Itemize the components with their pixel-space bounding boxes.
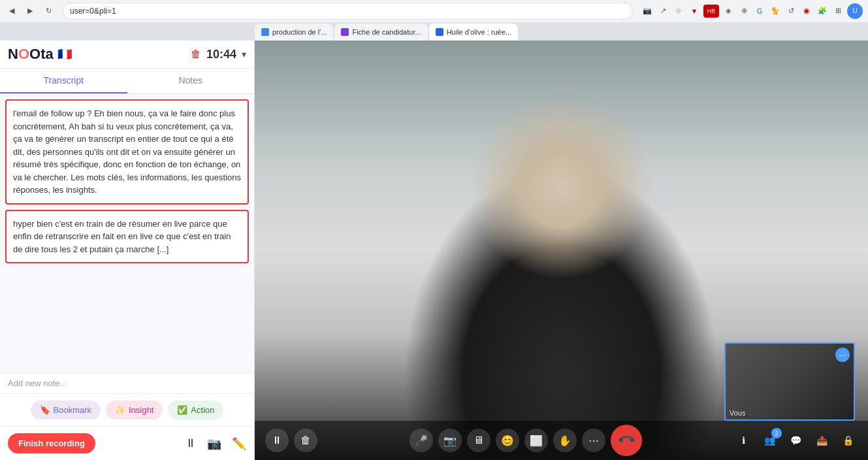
controls-left: ⏸ 🗑 (265, 429, 317, 452)
annotate-icon[interactable]: ✏️ (232, 436, 246, 451)
reload-icon[interactable]: ↻ (42, 5, 55, 18)
pause-call-button[interactable]: ⏸ (265, 429, 289, 452)
transcript-text-2: hyper bien c'est en train de de résumer … (13, 218, 241, 256)
transcript-block-1: l'email de follow up ? Eh bien nous, ça … (5, 99, 249, 205)
tab-icon (341, 28, 349, 36)
ext1-icon: HB (703, 5, 719, 18)
bottom-bar: Finish recording ⏸ 📷 ✏️ (0, 426, 254, 460)
action-icon: ✅ (177, 405, 187, 415)
security-button[interactable]: 🔒 (838, 431, 858, 450)
tab-production[interactable]: production de l'... (255, 24, 333, 41)
panel-tabs: Transcript Notes (0, 69, 254, 94)
puzzle-icon: 🧩 (816, 5, 829, 18)
tab-huile[interactable]: Huile d'olive : ruée... (429, 24, 518, 41)
action-button[interactable]: ✅ Action (168, 401, 223, 419)
url-text: user=0&pli=1 (70, 7, 116, 16)
app-logo: NOOta 🇫🇷 (8, 46, 72, 63)
insight-icon: ✨ (115, 405, 125, 415)
microphone-button[interactable]: 🎤 (410, 429, 433, 452)
screen-share-button[interactable]: 🖥 (467, 429, 490, 452)
ext2-icon: ◈ (722, 5, 735, 18)
profile-icon: U (847, 3, 863, 19)
ext4-icon: 🐈 (769, 5, 782, 18)
logo-text: NOOta (8, 46, 54, 63)
chat-button[interactable]: 💬 (786, 431, 805, 450)
browser-toolbar: ◀ ▶ ↻ user=0&pli=1 📷 ↗ ☆ ▼ HB ◈ ⊕ G 🐈 ↺ … (0, 0, 868, 22)
tab-transcript[interactable]: Transcript (0, 69, 127, 93)
star-icon: ☆ (672, 5, 685, 18)
delete-recording-icon[interactable]: 🗑 (191, 48, 201, 60)
bottom-icons: ⏸ 📷 ✏️ (185, 436, 246, 451)
ext5-icon: ↺ (784, 5, 797, 18)
emoji-button[interactable]: 😊 (496, 429, 519, 452)
pip-video: Vous ··· (724, 342, 855, 421)
bookmark-button[interactable]: 🔖 Bookmark (31, 401, 101, 419)
browser-extensions: 📷 ↗ ☆ ▼ HB ◈ ⊕ G 🐈 ↺ ◉ 🧩 ⊞ U (641, 3, 863, 19)
insight-button[interactable]: ✨ Insight (106, 401, 163, 419)
pip-label: Vous (730, 409, 745, 417)
pause-icon[interactable]: ⏸ (185, 436, 197, 450)
delete-call-button[interactable]: 🗑 (294, 429, 317, 452)
controls-center: 🎤 📷 🖥 😊 ⬜ ✋ ⋯ 📞 (410, 425, 642, 456)
pip-feed (726, 344, 854, 419)
ext6-icon: ◉ (800, 5, 813, 18)
activities-button[interactable]: 📤 (812, 431, 831, 450)
video-controls: ⏸ 🗑 🎤 📷 🖥 😊 ⬜ ✋ ⋯ 📞 ℹ 👥 (255, 421, 868, 460)
people-button-wrapper: 👥 2 (760, 431, 779, 450)
browser-chrome: ◀ ▶ ↻ user=0&pli=1 📷 ↗ ☆ ▼ HB ◈ ⊕ G 🐈 ↺ … (0, 0, 868, 41)
action-buttons-bar: 🔖 Bookmark ✨ Insight ✅ Action (0, 393, 254, 426)
insight-label: Insight (129, 405, 153, 415)
end-call-button[interactable]: 📞 (604, 418, 649, 460)
left-panel: NOOta 🇫🇷 🗑 10:44 ▾ Transcript Notes l'em… (0, 41, 255, 460)
timer-area: 🗑 10:44 ▾ (191, 48, 246, 61)
video-area: Vous ··· ⏸ 🗑 🎤 📷 🖥 😊 ⬜ ✋ ⋯ 📞 (255, 41, 868, 460)
recording-timer: 10:44 (206, 48, 236, 61)
action-label: Action (191, 405, 214, 415)
transcript-text-1: l'email de follow up ? Eh bien nous, ça … (13, 107, 241, 197)
tab-icon (436, 28, 443, 36)
raise-hand-button[interactable]: ✋ (553, 429, 577, 452)
logo-bar: NOOta 🇫🇷 🗑 10:44 ▾ (0, 41, 254, 69)
people-badge: 2 (771, 428, 782, 438)
finish-recording-button[interactable]: Finish recording (8, 433, 95, 453)
tab-label: Fiche de candidatur... (352, 28, 421, 36)
tab-notes[interactable]: Notes (127, 69, 255, 93)
language-flag[interactable]: 🇫🇷 (57, 47, 72, 61)
camera-snapshot-icon[interactable]: 📷 (207, 436, 221, 451)
controls-right: ℹ 👥 2 💬 📤 🔒 (733, 431, 858, 450)
main-content: NOOta 🇫🇷 🗑 10:44 ▾ Transcript Notes l'em… (0, 41, 868, 460)
url-bar[interactable]: user=0&pli=1 (63, 3, 633, 20)
transcript-block-2: hyper bien c'est en train de de résumer … (5, 210, 249, 264)
add-note-placeholder: Add new note... (8, 378, 67, 388)
add-note-area[interactable]: Add new note... (0, 372, 254, 393)
pocket-icon: ▼ (688, 5, 701, 18)
chevron-down-icon[interactable]: ▾ (242, 49, 246, 59)
forward-icon[interactable]: ▶ (24, 5, 37, 18)
main-video: Vous ··· ⏸ 🗑 🎤 📷 🖥 😊 ⬜ ✋ ⋯ 📞 (255, 41, 868, 460)
tab-label: production de l'... (272, 28, 327, 36)
tab-label: Huile d'olive : ruée... (447, 28, 511, 36)
transcript-area[interactable]: l'email de follow up ? Eh bien nous, ça … (0, 94, 254, 372)
bookmark-icon: 🔖 (40, 405, 50, 415)
ext3-icon: ⊕ (737, 5, 750, 18)
bookmark-label: Bookmark (54, 405, 92, 415)
cam-icon: 📷 (641, 5, 654, 18)
tab-icon (261, 28, 269, 36)
layout-icon: ⊞ (831, 5, 844, 18)
expand-button[interactable]: ⬜ (524, 429, 548, 452)
browser-tabs: production de l'... Fiche de candidatur.… (0, 22, 868, 41)
tab-candidature[interactable]: Fiche de candidatur... (334, 24, 427, 41)
camera-button[interactable]: 📷 (438, 429, 462, 452)
more-options-button[interactable]: ⋯ (582, 429, 605, 452)
info-button[interactable]: ℹ (733, 431, 753, 450)
share-icon: ↗ (656, 5, 669, 18)
translate-icon: G (753, 5, 766, 18)
pip-options-icon[interactable]: ··· (835, 348, 850, 362)
back-icon[interactable]: ◀ (5, 5, 18, 18)
